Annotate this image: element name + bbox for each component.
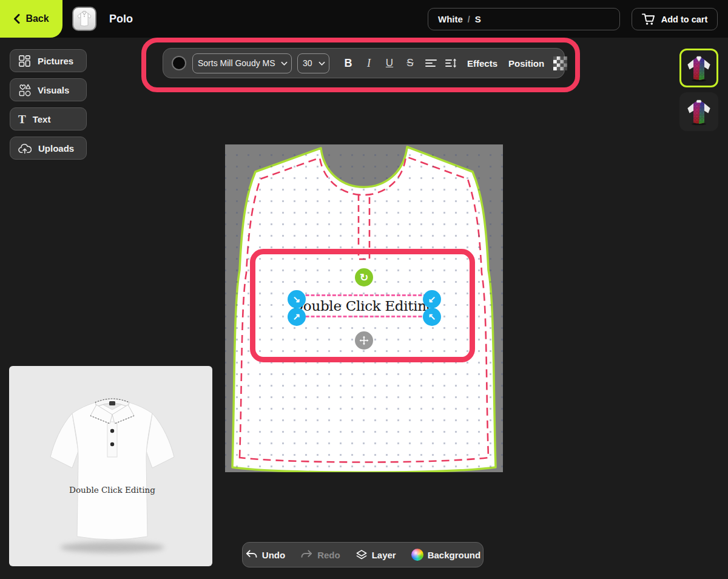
add-to-cart-label: Add to cart (661, 15, 708, 24)
layers-icon (356, 549, 368, 561)
grid-icon (18, 55, 31, 67)
add-to-cart-button[interactable]: Add to cart (632, 8, 718, 30)
design-canvas[interactable]: Double Click Editing ↻ ↘ ↗ ↙ ↖ (225, 144, 503, 472)
sidebar-label: Visuals (38, 85, 69, 95)
variant-color: White (438, 14, 463, 24)
shapes-icon (18, 84, 31, 96)
resize-handle-bottom-right[interactable]: ↖ (423, 308, 441, 326)
transparency-icon[interactable] (553, 56, 567, 70)
redo-label: Redo (317, 550, 340, 560)
align-button[interactable] (420, 52, 441, 74)
redo-icon (300, 549, 313, 560)
top-bar: Back Polo White / S Add to cart (0, 0, 728, 38)
layer-button[interactable]: Layer (356, 549, 396, 561)
text-color-swatch[interactable] (172, 56, 186, 70)
bold-button[interactable]: B (338, 52, 359, 74)
redo-button[interactable]: Redo (300, 549, 340, 560)
canvas-text: Double Click Editing (292, 298, 436, 314)
line-height-button[interactable] (441, 52, 462, 74)
bottom-toolbar: Undo Redo Layer Background (242, 542, 484, 567)
background-button[interactable]: Background (411, 549, 481, 561)
product-thumbnail (72, 7, 96, 31)
undo-button[interactable]: Undo (245, 549, 285, 560)
sidebar-label: Pictures (38, 56, 73, 66)
position-button[interactable]: Position (503, 58, 550, 69)
font-family-select[interactable]: Sorts Mill Goudy MS (192, 53, 292, 73)
sidebar-item-uploads[interactable]: Uploads (10, 137, 87, 160)
sidebar-item-visuals[interactable]: Visuals (10, 78, 87, 101)
variant-separator: / (468, 15, 470, 24)
strikethrough-button[interactable]: S (400, 52, 420, 74)
polo-preview-image: Double Click Editing (9, 366, 212, 566)
chevron-down-icon (318, 61, 325, 66)
polo-mini-icon (76, 10, 93, 28)
cart-icon (642, 13, 656, 25)
text-icon: T (18, 113, 26, 125)
sidebar-label: Uploads (38, 143, 74, 154)
background-label: Background (428, 550, 481, 560)
align-left-icon (425, 59, 437, 67)
back-button[interactable]: Back (0, 0, 62, 38)
resize-handle-bottom-left[interactable]: ↗ (288, 308, 306, 326)
resize-handle-top-left[interactable]: ↘ (288, 290, 306, 308)
chevron-down-icon (281, 61, 288, 66)
view-thumbnail-back[interactable] (679, 92, 718, 131)
move-icon (359, 336, 369, 345)
polo-back-thumb (683, 96, 715, 127)
cloud-upload-icon (18, 143, 32, 154)
font-size-value: 30 (303, 58, 312, 68)
move-handle[interactable] (355, 331, 373, 350)
italic-button[interactable]: I (359, 52, 379, 74)
font-size-select[interactable]: 30 (297, 53, 329, 73)
app-root: Back Polo White / S Add to cart (0, 0, 728, 579)
rotate-handle[interactable]: ↻ (355, 268, 373, 286)
underline-button[interactable]: U (379, 52, 400, 74)
back-label: Back (25, 13, 49, 24)
product-preview: Double Click Editing (9, 366, 212, 566)
text-toolbar: Sorts Mill Goudy MS 30 B I U S Effects P… (163, 48, 565, 78)
variant-size: S (475, 14, 481, 24)
page-title: Polo (109, 0, 133, 38)
sidebar-item-pictures[interactable]: Pictures (10, 49, 87, 72)
preview-printed-text: Double Click Editing (69, 485, 155, 495)
sidebar-label: Text (33, 114, 51, 124)
polo-front-thumb (683, 52, 715, 84)
layer-label: Layer (372, 550, 396, 560)
selected-text-element[interactable]: Double Click Editing (295, 294, 433, 317)
line-height-icon (445, 58, 457, 68)
undo-label: Undo (262, 550, 285, 560)
view-thumbnail-front[interactable] (679, 49, 718, 87)
resize-handle-top-right[interactable]: ↙ (423, 290, 441, 308)
undo-icon (245, 549, 258, 560)
effects-button[interactable]: Effects (462, 58, 503, 69)
chevron-left-icon (13, 14, 20, 24)
color-wheel-icon (411, 549, 423, 561)
variant-selector[interactable]: White / S (428, 8, 620, 30)
sidebar-item-text[interactable]: T Text (10, 107, 87, 130)
font-family-value: Sorts Mill Goudy MS (198, 58, 275, 68)
